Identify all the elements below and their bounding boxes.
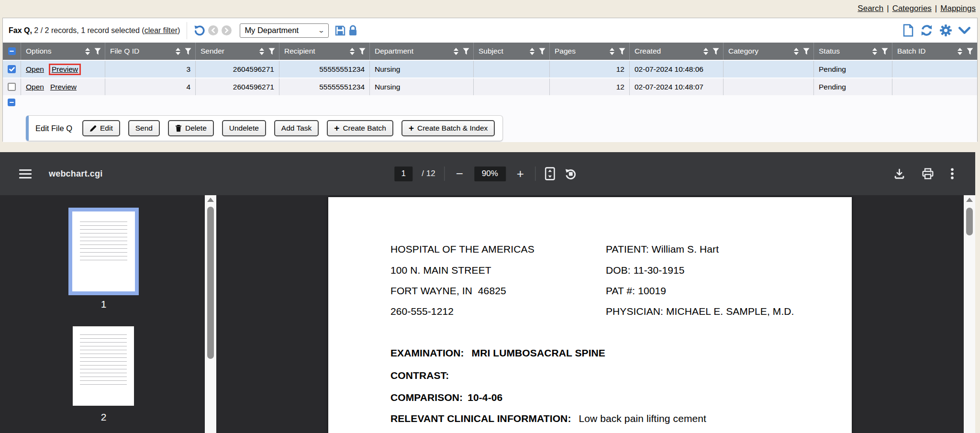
filter-icon[interactable] <box>713 48 719 55</box>
thumbnail-page-1[interactable] <box>68 208 139 295</box>
row-checkbox-checked[interactable] <box>8 65 16 73</box>
document-scrollbar[interactable] <box>964 195 975 433</box>
pdf-toolbar-right <box>893 152 954 195</box>
thumbnail-page-2[interactable] <box>73 326 134 406</box>
download-icon[interactable] <box>893 168 905 180</box>
thumbnail-scrollbar[interactable] <box>205 195 216 433</box>
add-task-button[interactable]: Add Task <box>274 120 319 136</box>
column-header-pages[interactable]: Pages <box>549 43 629 60</box>
nav-link-categories[interactable]: Categories <box>892 4 932 13</box>
refresh-icon[interactable] <box>920 24 933 37</box>
filter-icon[interactable] <box>185 48 191 55</box>
chevron-down-icon: ⌄ <box>318 27 325 34</box>
scroll-up-arrow-icon[interactable] <box>207 198 214 202</box>
preview-link[interactable]: Preview <box>52 65 78 73</box>
document-line: 100 N. MAIN STREET <box>390 265 491 276</box>
document-line: HOSPITAL OF THE AMERICAS <box>390 244 535 255</box>
fit-to-page-icon[interactable] <box>545 167 555 180</box>
created-cell: 02-07-2024 10:48:07 <box>629 78 723 95</box>
filter-icon[interactable] <box>463 48 469 55</box>
filter-icon[interactable] <box>967 48 973 55</box>
chevron-right-icon[interactable] <box>222 25 232 35</box>
zoom-out-button[interactable]: − <box>454 169 465 178</box>
filter-icon[interactable] <box>268 48 275 55</box>
nav-link-mappings[interactable]: Mappings <box>940 4 976 13</box>
scrollbar-thumb[interactable] <box>207 207 214 359</box>
column-header-category[interactable]: Category <box>723 43 813 60</box>
menu-icon[interactable] <box>19 169 32 178</box>
record-summary: Fax Q, 2 / 2 records, 1 record selected … <box>9 26 180 35</box>
column-header-subject[interactable]: Subject <box>473 43 549 60</box>
sort-icon[interactable] <box>609 47 615 56</box>
open-link[interactable]: Open <box>26 83 44 91</box>
recipient-cell: 55555551234 <box>279 78 369 95</box>
button-label: Edit <box>100 124 113 133</box>
sort-icon[interactable] <box>349 47 356 56</box>
column-header-created[interactable]: Created <box>629 43 723 60</box>
filter-icon[interactable] <box>94 48 101 55</box>
sort-icon[interactable] <box>175 47 181 56</box>
filter-icon[interactable] <box>539 48 546 55</box>
chevron-left-icon[interactable] <box>208 25 218 35</box>
sort-icon[interactable] <box>793 47 800 56</box>
row-checkbox-unchecked[interactable] <box>8 83 16 91</box>
filter-icon[interactable] <box>881 48 888 55</box>
create-batch-button[interactable]: +Create Batch <box>327 120 393 136</box>
sort-icon[interactable] <box>529 47 535 56</box>
sender-cell: 2604596271 <box>195 78 279 95</box>
column-header-department[interactable]: Department <box>369 43 473 60</box>
pencil-icon <box>89 125 97 132</box>
edit-button[interactable]: Edit <box>82 120 120 136</box>
rotate-icon[interactable] <box>564 167 577 180</box>
row-checkbox-cell <box>3 61 21 78</box>
new-document-icon[interactable] <box>902 24 914 37</box>
column-label: Pages <box>555 47 576 56</box>
scrollbar-thumb[interactable] <box>966 208 973 235</box>
column-header-sender[interactable]: Sender <box>195 43 279 60</box>
column-header-recipient[interactable]: Recipient <box>279 43 369 60</box>
zoom-in-button[interactable]: + <box>515 169 526 178</box>
nav-link-search[interactable]: Search <box>858 4 883 13</box>
sort-icon[interactable] <box>453 47 459 56</box>
button-label: Delete <box>185 124 207 133</box>
collapse-minus-icon[interactable] <box>8 99 15 106</box>
column-label: File Q ID <box>110 47 139 56</box>
column-label: Subject <box>479 47 503 56</box>
lock-icon[interactable] <box>348 25 358 36</box>
thumbnail-label: 1 <box>68 299 139 310</box>
scroll-up-arrow-icon[interactable] <box>966 198 973 202</box>
sort-icon[interactable] <box>957 47 963 56</box>
select-all-cell[interactable] <box>3 43 21 60</box>
undelete-button[interactable]: Undelete <box>222 120 266 136</box>
send-button[interactable]: Send <box>128 120 160 136</box>
gear-icon[interactable] <box>939 24 952 37</box>
chevron-down-icon[interactable] <box>958 26 970 35</box>
select-all-minus-icon[interactable] <box>8 47 16 55</box>
clear-filter-link[interactable]: clear filter <box>145 26 178 34</box>
undo-icon[interactable] <box>193 24 205 37</box>
column-header-options[interactable]: Options <box>21 43 105 60</box>
view-select[interactable]: My Department ⌄ <box>240 23 329 38</box>
delete-button[interactable]: Delete <box>168 120 214 136</box>
sort-icon[interactable] <box>702 47 709 56</box>
create-batch-index-button[interactable]: +Create Batch & Index <box>401 120 495 136</box>
preview-link[interactable]: Preview <box>50 83 77 91</box>
column-header-status[interactable]: Status <box>813 43 892 60</box>
fax-queue-toolbar: Fax Q, 2 / 2 records, 1 record selected … <box>3 18 977 43</box>
sort-icon[interactable] <box>258 47 265 56</box>
open-link[interactable]: Open <box>26 65 44 74</box>
options-cell: Open Preview <box>21 61 105 78</box>
column-header-batch-id[interactable]: Batch ID <box>892 43 977 60</box>
category-cell <box>723 78 813 95</box>
save-icon[interactable] <box>334 25 346 36</box>
filter-icon[interactable] <box>803 48 810 55</box>
document-line: RELEVANT CLINICAL INFORMATION: Low back … <box>390 413 706 424</box>
page-number-input[interactable]: 1 <box>394 167 412 181</box>
sort-icon[interactable] <box>84 47 91 56</box>
column-header-file-q-id[interactable]: File Q ID <box>105 43 195 60</box>
more-options-icon[interactable] <box>950 167 954 180</box>
filter-icon[interactable] <box>619 48 625 55</box>
filter-icon[interactable] <box>359 48 366 55</box>
sort-icon[interactable] <box>871 47 878 56</box>
print-icon[interactable] <box>922 167 934 180</box>
